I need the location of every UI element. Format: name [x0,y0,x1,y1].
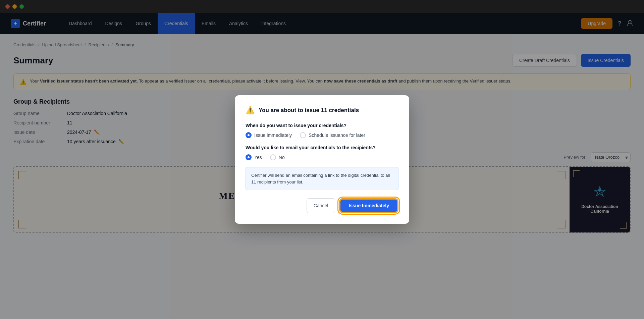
radio-issue-immediately[interactable]: Issue immediately [246,132,292,138]
modal-title: You are about to issue 11 credentials [259,107,359,114]
modal-question-email: Would you like to email your credentials… [246,145,398,150]
modal-info-box: Certifier will send an email containing … [246,167,398,190]
radio-yes-label: Yes [254,155,262,160]
issue-immediately-button[interactable]: Issue Immediately [339,198,398,213]
radio-schedule-circle [300,132,306,138]
radio-schedule-label: Schedule issuance for later [309,132,365,138]
radio-no-label: No [279,155,285,160]
radio-schedule-later[interactable]: Schedule issuance for later [300,132,365,138]
radio-yes-circle [246,154,252,160]
radio-immediately-circle [246,132,252,138]
modal-overlay[interactable]: ⚠️ You are about to issue 11 credentials… [0,0,644,319]
modal-question-when: When do you want to issue your credentia… [246,123,398,128]
modal-header: ⚠️ You are about to issue 11 credentials [246,106,398,115]
radio-no-circle [270,154,276,160]
cancel-button[interactable]: Cancel [307,198,335,213]
radio-email-no[interactable]: No [270,154,285,160]
modal-footer: Cancel Issue Immediately [246,198,398,213]
modal-warning-icon: ⚠️ [246,106,255,115]
modal-info-text: Certifier will send an email containing … [251,173,390,184]
radio-group-email: Yes No [246,154,398,160]
radio-email-yes[interactable]: Yes [246,154,262,160]
issue-modal: ⚠️ You are about to issue 11 credentials… [235,95,409,224]
radio-immediately-label: Issue immediately [254,132,292,138]
radio-group-when: Issue immediately Schedule issuance for … [246,132,398,138]
